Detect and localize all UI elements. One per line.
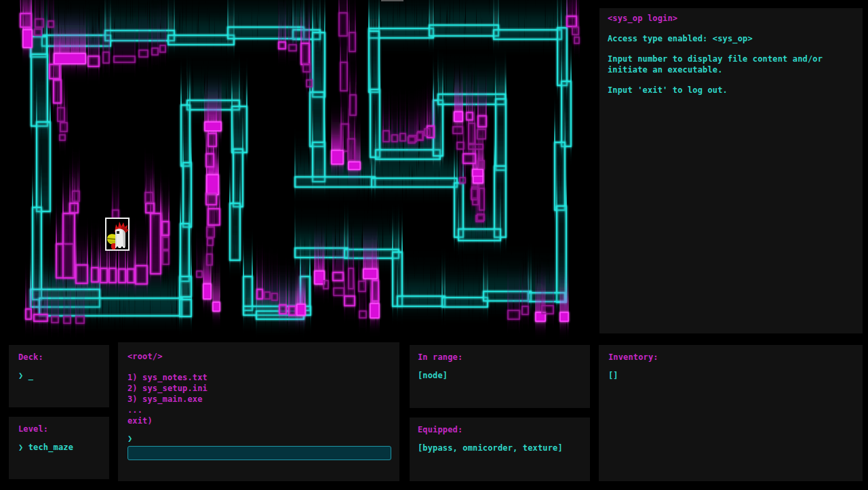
in-range-panel: In range: [node] [410, 345, 590, 408]
command-input[interactable] [127, 446, 391, 460]
command-prompt-icon: ❯ [127, 433, 390, 444]
inventory-label: Inventory: [608, 352, 853, 363]
equipped-panel: Equipped: [bypass, omnicorder, texture] [410, 417, 590, 481]
root-file-entry: exit) [127, 415, 390, 426]
root-title: <root/> [127, 351, 390, 362]
equipped-label: Equipped: [418, 424, 582, 435]
level-label: Level: [18, 424, 100, 434]
terminal-access-line: Access type enabled: <sys_op> [608, 33, 854, 44]
root-directory-panel: <root/> 1) sys_notes.txt2) sys_setup.ini… [118, 342, 399, 481]
top-edge-sliver [381, 0, 403, 1]
root-file-list: 1) sys_notes.txt2) sys_setup.ini3) sys_m… [127, 372, 390, 426]
level-value: tech_maze [28, 443, 73, 452]
maze-viewport [0, 0, 597, 339]
equipped-value: [bypass, omnicorder, texture] [418, 443, 582, 453]
player-sprite [106, 218, 129, 250]
deck-panel: Deck: ❯ _ [9, 345, 109, 407]
deck-label: Deck: [18, 352, 100, 363]
inventory-value: [] [608, 370, 853, 381]
sysop-terminal-panel: <sys_op login> Access type enabled: <sys… [599, 8, 863, 333]
root-file-entry: 2) sys_setup.ini [127, 383, 390, 394]
root-file-entry: ... [127, 405, 390, 415]
terminal-help-line: Input number to display file content and… [608, 54, 854, 75]
terminal-login-header: <sys_op login> [608, 13, 854, 24]
deck-value: _ [28, 371, 33, 380]
inventory-panel: Inventory: [] [599, 345, 863, 481]
root-file-entry: 1) sys_notes.txt [127, 372, 390, 383]
level-panel: Level: ❯ tech_maze [9, 417, 109, 479]
terminal-exit-line: Input 'exit' to log out. [608, 85, 854, 96]
in-range-label: In range: [418, 352, 582, 363]
root-file-entry: 3) sys_main.exe [127, 394, 390, 405]
maze-render [0, 0, 597, 339]
in-range-value: [node] [418, 370, 582, 381]
